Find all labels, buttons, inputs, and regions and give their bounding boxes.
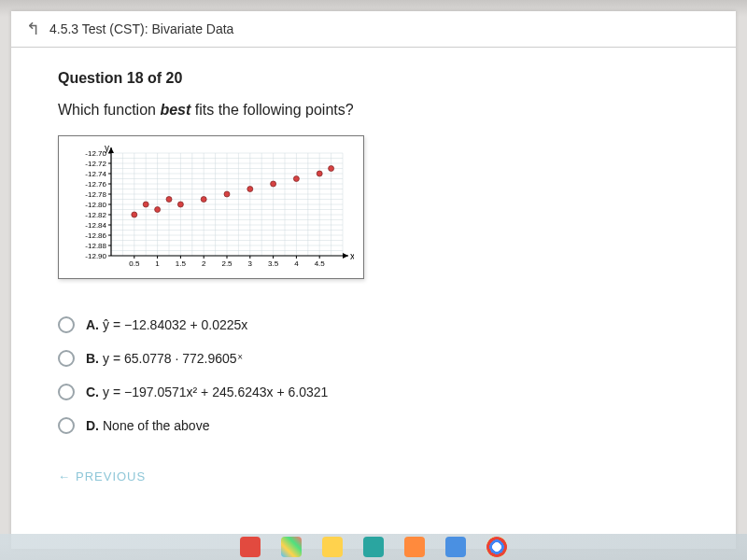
radio-icon: [58, 350, 75, 367]
option-b[interactable]: B.y = 65.0778 · 772.9605ˣ: [58, 350, 689, 367]
svg-text:-12.74: -12.74: [85, 170, 106, 178]
radio-icon: [58, 316, 75, 333]
back-arrow-icon[interactable]: ↰: [26, 19, 40, 39]
taskbar: [0, 534, 747, 560]
option-text: ŷ = −12.84032 + 0.0225x: [103, 317, 247, 332]
svg-text:4.5: 4.5: [315, 259, 326, 268]
option-text: y = 65.0778 · 772.9605ˣ: [103, 351, 243, 366]
svg-point-99: [329, 166, 334, 172]
chrome-icon[interactable]: [486, 537, 507, 557]
svg-text:4: 4: [294, 259, 299, 268]
svg-point-90: [155, 207, 161, 213]
scatter-chart: 0.511.522.533.544.5-12.70-12.72-12.74-12…: [58, 135, 364, 279]
svg-marker-43: [343, 253, 348, 259]
option-text: None of the above: [103, 418, 209, 433]
svg-text:0.5: 0.5: [129, 259, 140, 268]
option-d[interactable]: D.None of the above: [58, 417, 689, 434]
svg-point-89: [143, 202, 148, 207]
svg-point-88: [132, 212, 137, 217]
question-header: Question 18 of 20: [58, 70, 689, 87]
radio-icon: [58, 384, 75, 400]
svg-text:-12.76: -12.76: [85, 180, 106, 189]
svg-text:1: 1: [155, 259, 160, 268]
svg-point-96: [271, 181, 276, 187]
svg-text:-12.88: -12.88: [85, 242, 106, 250]
svg-text:2: 2: [202, 259, 206, 268]
taskbar-icon[interactable]: [404, 537, 425, 557]
answer-options: A.ŷ = −12.84032 + 0.0225x B.y = 65.0778 …: [58, 316, 689, 434]
taskbar-icon[interactable]: [363, 537, 384, 557]
svg-text:1.5: 1.5: [176, 259, 187, 268]
taskbar-icon[interactable]: [281, 537, 302, 557]
taskbar-icon[interactable]: [322, 537, 343, 557]
taskbar-icon[interactable]: [240, 537, 261, 557]
radio-icon: [58, 417, 75, 434]
breadcrumb-text: 4.5.3 Test (CST): Bivariate Data: [49, 21, 233, 36]
arrow-left-icon: ←: [58, 469, 71, 483]
svg-point-95: [247, 187, 253, 192]
svg-point-92: [177, 202, 183, 207]
option-letter: D.: [86, 418, 99, 433]
svg-text:x: x: [350, 251, 354, 261]
svg-point-93: [201, 197, 206, 203]
previous-button[interactable]: ← PREVIOUS: [58, 469, 146, 483]
prompt-em: best: [160, 102, 190, 118]
svg-text:-12.90: -12.90: [85, 252, 106, 260]
option-c[interactable]: C.y = −197.0571x² + 245.6243x + 6.0321: [58, 384, 689, 400]
option-letter: B.: [86, 351, 99, 366]
breadcrumb: ↰ 4.5.3 Test (CST): Bivariate Data: [11, 11, 736, 48]
svg-text:-12.72: -12.72: [85, 160, 106, 168]
svg-text:3: 3: [248, 259, 253, 268]
question-prompt: Which function best fits the following p…: [58, 102, 689, 119]
svg-text:-12.82: -12.82: [85, 211, 106, 219]
option-text: y = −197.0571x² + 245.6243x + 6.0321: [103, 385, 328, 399]
svg-point-94: [224, 191, 230, 197]
svg-point-97: [293, 176, 299, 182]
taskbar-icon[interactable]: [445, 537, 466, 557]
svg-point-98: [317, 171, 322, 176]
option-letter: C.: [86, 385, 99, 399]
svg-text:y: y: [105, 143, 109, 153]
svg-text:-12.84: -12.84: [85, 221, 106, 230]
option-letter: A.: [86, 317, 99, 332]
previous-label: PREVIOUS: [76, 469, 146, 483]
chart-svg: 0.511.522.533.544.5-12.70-12.72-12.74-12…: [64, 142, 354, 273]
svg-text:2.5: 2.5: [221, 259, 233, 268]
svg-text:-12.78: -12.78: [85, 190, 106, 199]
svg-point-91: [166, 197, 172, 203]
svg-text:-12.80: -12.80: [85, 201, 106, 209]
svg-text:3.5: 3.5: [268, 259, 279, 268]
prompt-after: fits the following points?: [190, 102, 353, 118]
prompt-before: Which function: [58, 102, 160, 118]
svg-text:-12.86: -12.86: [85, 231, 106, 240]
option-a[interactable]: A.ŷ = −12.84032 + 0.0225x: [58, 316, 689, 333]
